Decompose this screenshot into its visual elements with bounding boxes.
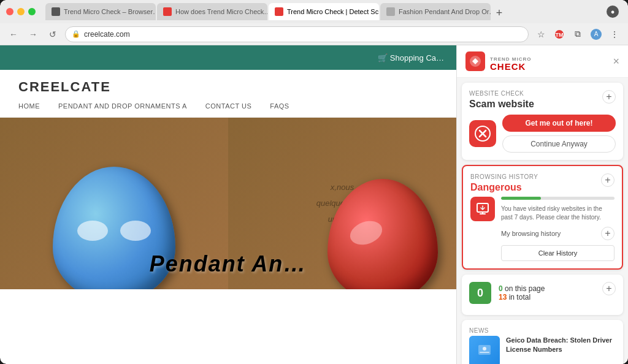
nav-pendant[interactable]: PENDANT AND DROP ORNAMENTS A	[58, 102, 187, 110]
svg-text:TM: TM	[556, 32, 564, 38]
site-hero: prix,nous quelque chose umaine.	[0, 118, 456, 289]
tmc-logo-text: TREND MICRO CHECK	[490, 52, 531, 71]
back-button[interactable]: ←	[6, 27, 21, 42]
ad-block-body: 0 0 on this page 13 in total	[469, 282, 602, 304]
main-site-area: 🛒 Shopping Ca… CREELCATE HOME PENDANT AN…	[0, 45, 456, 364]
ornament-red	[327, 179, 438, 289]
browser-window: Trend Micro Check – Browser… × How does …	[0, 0, 628, 364]
adblock-text: 0 on this page 13 in total	[499, 284, 602, 301]
browsing-history-label: Browsing History	[470, 173, 538, 180]
tab-favicon-2	[163, 7, 172, 16]
news-title: Geico Data Breach: Stolen Driver License…	[506, 336, 616, 355]
hero-text: Pendant An…	[150, 251, 307, 277]
history-detail: You have visited risky websites in the p…	[501, 197, 615, 261]
nav-actions: ☆ TM ⧉ A ⋮	[534, 27, 622, 42]
forward-button[interactable]: →	[26, 27, 40, 42]
website-check-label: Website Check	[469, 90, 534, 97]
ad-block-card: 0 0 on this page 13 in total +	[462, 275, 623, 315]
news-thumbnail	[469, 336, 500, 364]
continue-anyway-button[interactable]: Continue Anyway	[502, 135, 616, 153]
tab-4[interactable]: Fashion Pendant And Drop Or… ×	[380, 3, 491, 20]
shopping-cart-text: 🛒 Shopping Ca…	[378, 53, 444, 63]
fullscreen-button[interactable]	[28, 8, 36, 15]
tmc-check-label: CHECK	[490, 62, 531, 71]
tmc-panel: TREND MICRO CHECK × Website Check Scam w…	[456, 45, 628, 364]
news-content: Geico Data Breach: Stolen Driver License…	[506, 336, 616, 364]
traffic-lights	[6, 8, 36, 15]
browsing-history-body: You have visited risky websites in the p…	[470, 197, 615, 261]
tab-2[interactable]: How does Trend Micro Check… ×	[157, 3, 267, 20]
close-button[interactable]	[6, 8, 13, 15]
tmc-logo-icon	[465, 51, 485, 71]
history-link-row: My browsing history +	[501, 227, 615, 240]
news-label: News	[469, 327, 616, 334]
site-logo: CREELCATE	[18, 79, 438, 95]
title-bar: Trend Micro Check – Browser… × How does …	[0, 0, 628, 23]
profile-menu-icon[interactable]: A	[589, 27, 603, 42]
tab-favicon-1	[52, 7, 60, 16]
tab-label-3: Trend Micro Check | Detect Sc…	[287, 8, 379, 15]
website-check-header: Website Check Scam website +	[469, 90, 616, 110]
website-check-status: Scam website	[469, 99, 534, 110]
minimize-button[interactable]	[17, 8, 25, 15]
website-content: 🛒 Shopping Ca… CREELCATE HOME PENDANT AN…	[0, 45, 628, 364]
tab-label-2: How does Trend Micro Check…	[175, 8, 267, 15]
nav-bar: ← → ↺ 🔒 creelcate.com ☆ TM ⧉ A ⋮	[0, 23, 628, 45]
adblock-total-label: in total	[507, 293, 530, 301]
tab-3[interactable]: Trend Micro Check | Detect Sc… ×	[269, 3, 379, 20]
tmc-logo: TREND MICRO CHECK	[465, 51, 531, 71]
extensions-icon[interactable]: ⧉	[570, 27, 585, 42]
svg-point-6	[483, 347, 486, 351]
svg-rect-7	[480, 352, 489, 353]
tmc-body[interactable]: Website Check Scam website +	[457, 78, 628, 364]
website-check-expand[interactable]: +	[602, 90, 616, 104]
trend-micro-icon[interactable]: TM	[552, 27, 567, 42]
website-check-card: Website Check Scam website +	[462, 83, 623, 160]
lock-icon: 🔒	[72, 30, 80, 38]
nav-contact[interactable]: CONTACT US	[205, 102, 252, 110]
site-header: CREELCATE HOME PENDANT AND DROP ORNAMENT…	[0, 70, 456, 118]
url-text: creelcate.com	[84, 30, 130, 39]
adblock-on-page-num: 0	[499, 284, 503, 293]
news-body: Geico Data Breach: Stolen Driver License…	[469, 336, 616, 364]
ad-block-expand[interactable]: +	[602, 282, 616, 295]
profile-avatar: ●	[607, 6, 619, 18]
nav-home[interactable]: HOME	[18, 102, 40, 110]
browsing-history-status: Dangerous	[470, 182, 538, 193]
news-card: News Geico Data	[462, 320, 623, 364]
get-out-button[interactable]: Get me out of here!	[502, 115, 616, 132]
website-check-body: Get me out of here! Continue Anyway	[469, 115, 616, 153]
profile-button[interactable]: ●	[603, 6, 622, 18]
browsing-history-info: Browsing History Dangerous	[470, 173, 538, 193]
tmc-panel-header: TREND MICRO CHECK ×	[457, 45, 628, 78]
tmc-close-button[interactable]: ×	[613, 55, 619, 68]
bookmarks-icon[interactable]: ☆	[534, 27, 548, 42]
history-description: You have visited risky websites in the p…	[501, 205, 615, 222]
history-progress-fill	[501, 197, 541, 200]
browsing-history-expand[interactable]: +	[601, 173, 615, 187]
history-progress-bar	[501, 197, 615, 200]
my-browsing-history-link[interactable]: My browsing history	[501, 230, 561, 237]
adblock-on-page-label: on this page	[503, 284, 545, 293]
browsing-history-card: Browsing History Dangerous +	[462, 165, 623, 270]
ad-block-header: 0 0 on this page 13 in total +	[469, 282, 616, 304]
tab-label-4: Fashion Pendant And Drop Or…	[399, 8, 491, 15]
scam-action-buttons: Get me out of here! Continue Anyway	[502, 115, 616, 153]
nav-faqs[interactable]: FAQS	[270, 102, 289, 110]
site-nav: HOME PENDANT AND DROP ORNAMENTS A CONTAC…	[18, 102, 438, 117]
address-bar[interactable]: 🔒 creelcate.com	[65, 26, 529, 42]
refresh-button[interactable]: ↺	[45, 27, 60, 42]
browsing-history-header: Browsing History Dangerous +	[470, 173, 615, 193]
clear-history-button[interactable]: Clear History	[501, 245, 615, 261]
adblock-count: 0	[469, 282, 491, 304]
menu-icon[interactable]: ⋮	[607, 27, 622, 42]
scam-icon	[469, 120, 496, 147]
browsing-history-link-expand[interactable]: +	[601, 227, 615, 240]
site-top-bar: 🛒 Shopping Ca…	[0, 45, 456, 70]
history-icon	[470, 197, 495, 221]
new-tab-button[interactable]: +	[492, 6, 507, 20]
tab-1[interactable]: Trend Micro Check – Browser… ×	[45, 3, 156, 20]
adblock-total-num: 13	[499, 293, 507, 301]
tab-favicon-4	[386, 7, 395, 16]
tabs-bar: Trend Micro Check – Browser… × How does …	[45, 3, 599, 20]
